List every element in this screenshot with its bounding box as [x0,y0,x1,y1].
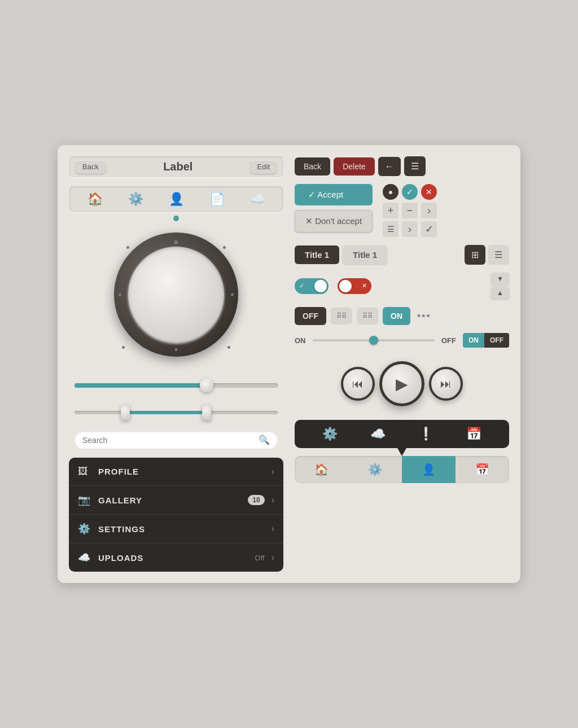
uploads-status: Off [255,554,265,562]
seg-dots-button[interactable]: ⠿⠿ [331,308,352,324]
back-arrow-button[interactable]: ← [378,157,401,176]
slider1-thumb[interactable] [200,379,213,392]
cloud-icon[interactable]: ☁️ [250,192,265,207]
tick-br [227,346,230,349]
toggle-line-knob[interactable] [369,336,378,345]
bottom-tab-calendar[interactable]: 📅 [456,456,509,483]
bottom-toolbar: ⚙️ ☁️ ❕ 📅 [295,420,509,448]
accept-button[interactable]: ✓ Accept [295,184,373,205]
menu-item-profile[interactable]: 🖼 PROFILE › [69,458,283,486]
chevron-right-sm-button[interactable]: › [402,221,418,237]
play-button[interactable]: ▶ [379,361,424,406]
home-icon[interactable]: 🏠 [87,192,103,207]
seg-off-button[interactable]: OFF [295,307,326,325]
uploads-icon: ☁️ [78,551,91,564]
toolbar-cloud-icon[interactable]: ☁️ [370,427,386,441]
toggle-check-icon: ✓ [299,282,304,290]
toggle-slider-row: ON OFF ON OFF [295,333,509,348]
user-icon[interactable]: 👤 [169,192,184,207]
off-label: OFF [441,336,456,345]
grid-view-button[interactable]: ⊞ [465,245,485,265]
tick-bot [175,348,178,351]
tick-tl [126,246,129,249]
slider1-track [75,383,278,388]
on-label: ON [295,336,306,345]
delete-button[interactable]: Delete [334,157,374,176]
plus-button[interactable]: + [383,203,399,218]
toolbar-alert-icon[interactable]: ❕ [418,427,434,441]
settings-menu-icon: ⚙️ [78,523,91,535]
toolbar-settings-icon[interactable]: ⚙️ [322,427,338,441]
bottom-tab-user[interactable]: 👤 [402,456,456,483]
tick-top [174,240,178,244]
toggle-x-icon: ✕ [362,282,367,290]
settings-chevron: › [272,524,274,534]
tab-title1[interactable]: Title 1 [295,245,339,264]
page-title: Label [110,160,246,173]
tick-tr [223,246,226,249]
next-button[interactable]: ⏭ [429,367,463,401]
toolbar-calendar-icon[interactable]: 📅 [466,427,481,441]
dont-accept-button[interactable]: ✕ Don't accept [295,210,373,233]
toggle-on-1[interactable]: ✓ [295,278,329,294]
arrow-down-button[interactable]: ▼ [491,273,509,285]
knob-dot [173,216,179,221]
slider2-thumb-right[interactable] [202,405,211,420]
x-button[interactable]: ✕ [421,184,437,200]
arrow-up-button[interactable]: ▲ [491,287,509,299]
toggle-knob-1 [314,280,327,292]
menu-list: 🖼 PROFILE › 📷 GALLERY 10 › ⚙️ SETTINGS ›… [69,458,283,572]
uploads-label: UPLOADS [98,553,248,563]
seg-dots2-button[interactable]: ⠿⠿ [357,308,378,324]
off-button[interactable]: OFF [484,333,509,348]
on-button[interactable]: ON [463,333,484,348]
tab-title2[interactable]: Title 1 [343,245,387,264]
hamburger-button[interactable]: ☰ [383,221,399,237]
bottom-tab-settings[interactable]: ⚙️ [348,456,402,483]
profile-label: PROFILE [98,467,265,476]
profile-chevron: › [272,467,274,477]
settings-label: SETTINGS [98,524,265,534]
back-button-right[interactable]: Back [295,157,330,176]
bottom-tab-bar: 🏠 ⚙️ 👤 📅 [295,456,509,483]
slider1-wrapper [75,377,278,394]
search-icon: 🔍 [259,435,270,445]
menu-item-uploads[interactable]: ☁️ UPLOADS Off › [69,543,283,572]
settings-icon[interactable]: ⚙️ [128,192,143,207]
menu-item-gallery[interactable]: 📷 GALLERY 10 › [69,486,283,515]
list-view-button[interactable]: ☰ [488,245,509,265]
menu-item-settings[interactable]: ⚙️ SETTINGS › [69,515,283,543]
prev-button[interactable]: ⏮ [341,367,375,401]
uploads-chevron: › [272,552,274,563]
check-button[interactable]: ✓ [402,184,418,200]
toggle-off-1[interactable]: ✕ [338,278,371,294]
toggles-row: ✓ ✕ ▼ ▲ [295,273,509,299]
arrow-buttons: ▼ ▲ [491,273,509,299]
top-nav: Back Label Edit [69,156,283,177]
circle-dark-button[interactable]: ● [383,184,399,200]
knob-outer[interactable] [114,233,238,357]
right-panel: Back Delete ← ☰ ✓ Accept ✕ Don't accept … [295,156,509,572]
seg-on-button[interactable]: ON [383,307,410,325]
edit-button[interactable]: Edit [251,160,277,174]
search-input[interactable] [82,436,259,445]
back-button-left[interactable]: Back [76,160,106,174]
slider2-thumb-left[interactable] [121,405,130,420]
icon-bar: 🏠 ⚙️ 👤 📄 ☁️ [69,186,283,212]
slider1-fill [75,383,207,388]
gallery-label: GALLERY [98,495,241,505]
icon-buttons-group: ● ✓ ✕ + − › ☰ › ✓ [383,184,437,237]
profile-icon: 🖼 [78,466,91,477]
gallery-chevron: › [272,495,274,505]
menu-button[interactable]: ☰ [404,156,426,176]
doc-icon[interactable]: 📄 [209,192,225,207]
minus-button[interactable]: − [402,203,418,218]
check-sm-button[interactable]: ✓ [421,221,437,237]
segmented-row: OFF ⠿⠿ ⠿⠿ ON ••• [295,307,509,325]
bottom-tab-home[interactable]: 🏠 [295,456,348,483]
slider2-track [75,411,278,414]
gallery-badge: 10 [248,495,264,505]
chevron-right-button[interactable]: › [421,203,437,218]
tick-l [119,293,121,296]
more-icon: ••• [417,310,431,322]
